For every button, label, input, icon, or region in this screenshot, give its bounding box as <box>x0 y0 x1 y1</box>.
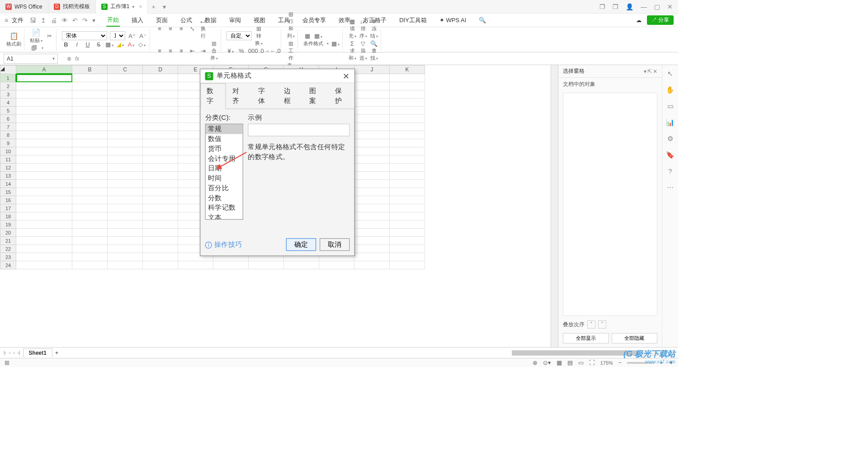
cell[interactable] <box>143 131 178 139</box>
bold-icon[interactable]: B <box>62 41 70 48</box>
row-header[interactable]: 1 <box>0 74 16 82</box>
dec-inc-icon[interactable]: .0→ <box>259 47 267 54</box>
cell[interactable] <box>72 253 108 261</box>
dialog-close-icon[interactable]: ✕ <box>343 71 349 80</box>
cell[interactable] <box>213 261 249 269</box>
doc-tab-workbook[interactable]: S 工作簿1 • × <box>96 0 148 14</box>
cell[interactable] <box>354 196 390 204</box>
row-header[interactable]: 2 <box>0 82 16 90</box>
row-header[interactable]: 14 <box>0 180 16 188</box>
wrap-button[interactable]: ⮐ 换行 <box>199 18 207 39</box>
sort-button[interactable]: ↓A 排序▾ <box>359 18 367 39</box>
cell[interactable] <box>143 90 178 99</box>
cell[interactable] <box>108 82 143 90</box>
cell[interactable] <box>390 180 425 188</box>
cell[interactable] <box>390 164 425 172</box>
row-header[interactable]: 4 <box>0 99 16 107</box>
cell[interactable] <box>72 196 108 204</box>
sum-button[interactable]: Σ 求和▾ <box>348 40 356 61</box>
cell[interactable] <box>16 204 72 212</box>
cut-icon[interactable]: ✂ <box>45 33 53 39</box>
pane-dropdown-icon[interactable]: ▾ <box>644 68 646 75</box>
cell[interactable] <box>143 99 178 107</box>
cell[interactable] <box>390 221 425 229</box>
window-layout-icon[interactable]: ❐ <box>599 3 605 10</box>
cell[interactable] <box>390 90 425 99</box>
format-painter-button[interactable]: 📋格式刷 <box>6 32 21 47</box>
cell[interactable] <box>390 99 425 107</box>
cell[interactable] <box>390 131 425 139</box>
cell[interactable] <box>143 237 178 245</box>
name-box[interactable]: A1▾ <box>4 54 58 64</box>
copy-icon[interactable]: 🗐 <box>30 45 38 52</box>
cell[interactable] <box>72 99 108 107</box>
add-sheet-button[interactable]: + <box>55 350 58 356</box>
cell[interactable] <box>108 155 143 164</box>
freeze-button[interactable]: ❄ 冻结▾ <box>370 18 378 39</box>
orientation-icon[interactable]: ⤡ <box>188 25 196 32</box>
cell[interactable] <box>354 147 390 155</box>
file-menu[interactable]: 文件 <box>12 16 24 24</box>
cell[interactable] <box>390 261 425 269</box>
fill-color-icon[interactable]: ◢▾ <box>116 41 124 48</box>
row-header[interactable]: 22 <box>0 245 16 253</box>
redo-icon[interactable]: ↷ <box>82 17 88 24</box>
cell[interactable] <box>72 172 108 180</box>
cell[interactable] <box>108 90 143 99</box>
cell[interactable] <box>108 245 143 253</box>
row-header[interactable]: 15 <box>0 188 16 196</box>
dec-dec-icon[interactable]: ←.0 <box>270 47 278 54</box>
cat-date[interactable]: 日期 <box>206 164 243 174</box>
cell[interactable] <box>16 188 72 196</box>
col-header-j[interactable]: J <box>354 65 390 74</box>
cell[interactable] <box>16 155 72 164</box>
border-icon[interactable]: ▦▾ <box>105 41 113 48</box>
cell[interactable] <box>16 212 72 221</box>
cell[interactable] <box>143 172 178 180</box>
cell-styles-icon[interactable]: ▦▾ <box>331 40 340 47</box>
help-icon[interactable]: ? <box>668 167 672 175</box>
cat-time[interactable]: 时间 <box>206 174 243 183</box>
cell[interactable] <box>72 74 108 82</box>
align-left-icon[interactable]: ≡ <box>156 47 164 54</box>
cell[interactable] <box>143 123 178 131</box>
indent-inc-icon[interactable]: ⇥ <box>199 47 207 54</box>
cell[interactable] <box>354 221 390 229</box>
cell[interactable] <box>354 115 390 123</box>
zoom-out-icon[interactable]: − <box>618 359 622 366</box>
cell[interactable] <box>72 188 108 196</box>
cell[interactable] <box>354 131 390 139</box>
select-all-corner[interactable]: ◢ <box>0 65 16 74</box>
cell[interactable] <box>108 237 143 245</box>
cell[interactable] <box>72 90 108 99</box>
hand-tool-icon[interactable]: ✋ <box>666 86 675 94</box>
bring-forward-button[interactable]: ˄ <box>587 320 595 329</box>
cell[interactable] <box>354 172 390 180</box>
cube-icon[interactable]: ❒ <box>613 3 618 10</box>
cell[interactable] <box>72 131 108 139</box>
app-tab-docer[interactable]: D 找稻壳模板 <box>48 0 96 14</box>
cell[interactable] <box>390 115 425 123</box>
cell[interactable] <box>390 172 425 180</box>
row-header[interactable]: 5 <box>0 107 16 115</box>
col-header-k[interactable]: K <box>390 65 425 74</box>
find-button[interactable]: 🔍 查找▾ <box>370 40 378 61</box>
cell[interactable] <box>16 123 72 131</box>
cell[interactable] <box>354 99 390 107</box>
cell[interactable] <box>16 164 72 172</box>
cell[interactable] <box>108 74 143 82</box>
percent-icon[interactable]: % <box>237 47 245 54</box>
cell[interactable] <box>16 115 72 123</box>
layers-icon[interactable]: ▭ <box>667 102 674 110</box>
undo-icon[interactable]: ↶ <box>72 17 78 24</box>
row-header[interactable]: 19 <box>0 221 16 229</box>
cell[interactable] <box>143 155 178 164</box>
view-pagebreak-icon[interactable]: ▤ <box>567 359 573 366</box>
row-header[interactable]: 21 <box>0 237 16 245</box>
align-center-icon[interactable]: ≡ <box>166 47 175 54</box>
cell[interactable] <box>16 82 72 90</box>
cell[interactable] <box>354 253 390 261</box>
filter-button[interactable]: ▽ 筛选▾ <box>359 40 367 61</box>
cat-scientific[interactable]: 科学记数 <box>206 203 243 213</box>
cell[interactable] <box>143 196 178 204</box>
